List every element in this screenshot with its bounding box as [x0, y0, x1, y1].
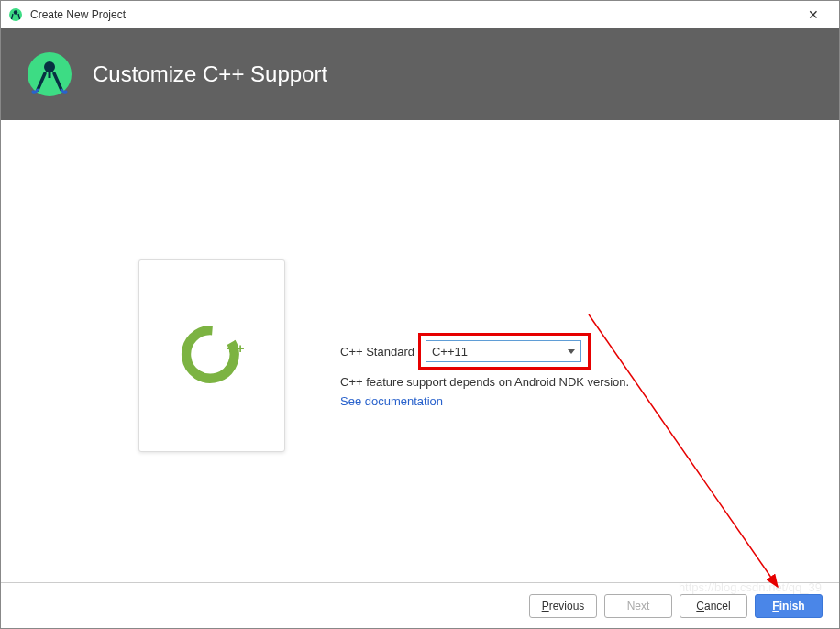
help-text: C++ feature support depends on Android N…: [340, 375, 629, 389]
form-area: C++ Standard C++11 C++ feature support d…: [340, 303, 802, 408]
documentation-link[interactable]: See documentation: [340, 394, 443, 408]
cpp-standard-row: C++ Standard C++11: [340, 340, 581, 362]
next-button: Next: [604, 594, 672, 618]
wizard-footer: Previous Next Cancel Finish: [1, 582, 839, 628]
wizard-header: Customize C++ Support: [1, 28, 839, 120]
close-button[interactable]: ✕: [795, 2, 832, 28]
svg-text:+: +: [236, 340, 244, 356]
cpp-icon: + +: [178, 320, 247, 392]
previous-button[interactable]: Previous: [529, 594, 597, 618]
svg-text:+: +: [226, 340, 234, 356]
dropdown-selected-value: C++11: [432, 345, 568, 359]
cpp-standard-label: C++ Standard: [340, 345, 414, 359]
page-title: Customize C++ Support: [93, 61, 327, 87]
chevron-down-icon: [568, 349, 575, 354]
dialog-window: Create New Project ✕ Customize C++ Suppo…: [0, 0, 840, 629]
cancel-button[interactable]: Cancel: [680, 594, 747, 618]
window-title: Create New Project: [30, 8, 795, 21]
finish-button[interactable]: Finish: [755, 594, 823, 618]
titlebar: Create New Project ✕: [1, 1, 839, 28]
android-studio-logo-icon: [27, 51, 72, 97]
svg-point-1: [14, 10, 17, 14]
svg-rect-4: [49, 70, 51, 78]
content-area: + + C++ Standard C++11 C++ feature suppo…: [1, 120, 839, 582]
cpp-standard-dropdown[interactable]: C++11: [426, 340, 581, 362]
cpp-illustration-card: + +: [138, 259, 285, 452]
android-studio-icon: [8, 7, 23, 22]
